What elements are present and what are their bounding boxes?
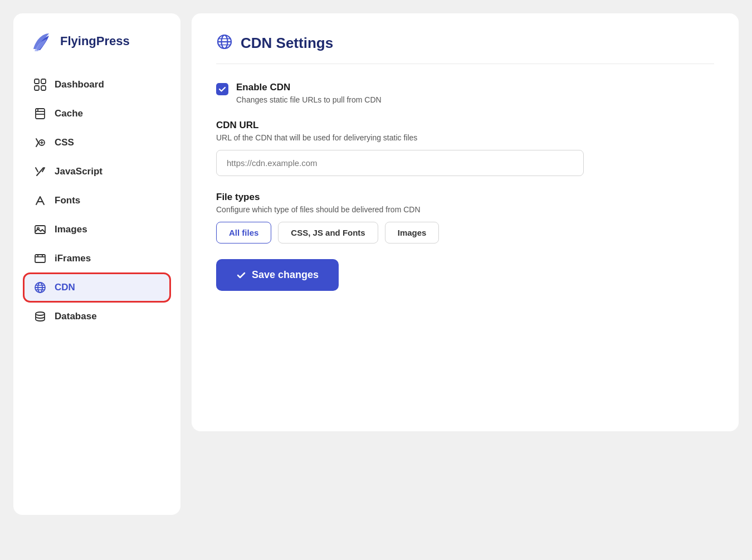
checkmark-icon: [236, 270, 246, 280]
sidebar-item-javascript[interactable]: JavaScript: [25, 158, 169, 185]
page-header: CDN Settings: [216, 33, 714, 64]
database-icon: [33, 310, 47, 323]
file-type-buttons: All files CSS, JS and Fonts Images: [216, 222, 714, 244]
file-type-all-files[interactable]: All files: [216, 222, 271, 244]
checkbox-checked[interactable]: [216, 83, 228, 95]
enable-cdn-text: Enable CDN Changes static file URLs to p…: [236, 82, 382, 104]
svg-rect-2: [35, 86, 39, 90]
file-types-group: File types Configure which type of files…: [216, 192, 714, 244]
page-title: CDN Settings: [241, 35, 333, 52]
svg-rect-0: [35, 79, 39, 84]
sidebar-item-label: JavaScript: [55, 166, 102, 177]
enable-cdn-checkbox[interactable]: [216, 83, 228, 95]
sidebar-item-cache[interactable]: Cache: [25, 100, 169, 127]
sidebar: FlyingPress Dashboard Cache: [13, 13, 180, 515]
svg-rect-6: [35, 226, 45, 233]
svg-rect-4: [36, 109, 45, 119]
save-changes-button[interactable]: Save changes: [216, 259, 339, 291]
file-type-css-js-fonts[interactable]: CSS, JS and Fonts: [278, 222, 378, 244]
sidebar-item-label: Dashboard: [55, 79, 104, 90]
sidebar-item-label: iFrames: [55, 253, 91, 264]
cdn-globe-icon: [33, 281, 47, 294]
cache-icon: [33, 107, 47, 120]
sidebar-item-label: CSS: [55, 137, 74, 148]
file-type-images[interactable]: Images: [385, 222, 440, 244]
sidebar-item-label: CDN: [55, 282, 75, 293]
sidebar-item-css[interactable]: CSS: [25, 129, 169, 156]
sidebar-item-label: Images: [55, 224, 87, 235]
file-types-label: File types: [216, 192, 714, 203]
sidebar-item-label: Database: [55, 311, 97, 322]
main-panel: CDN Settings Enable CDN Changes static f…: [192, 13, 739, 431]
svg-rect-8: [35, 255, 45, 262]
enable-cdn-row: Enable CDN Changes static file URLs to p…: [216, 82, 714, 104]
enable-cdn-label: Enable CDN: [236, 82, 382, 93]
dashboard-icon: [33, 78, 47, 91]
svg-point-11: [36, 312, 45, 315]
file-types-desc: Configure which type of files should be …: [216, 205, 714, 214]
enable-cdn-desc: Changes static file URLs to pull from CD…: [236, 95, 382, 104]
logo-area: FlyingPress: [25, 29, 169, 53]
sidebar-item-fonts[interactable]: Fonts: [25, 187, 169, 214]
save-changes-label: Save changes: [252, 269, 319, 281]
sidebar-item-cdn[interactable]: CDN: [25, 274, 169, 301]
sidebar-item-database[interactable]: Database: [25, 303, 169, 330]
svg-rect-1: [41, 79, 46, 84]
cdn-url-desc: URL of the CDN that will be used for del…: [216, 133, 714, 142]
cdn-url-group: CDN URL URL of the CDN that will be used…: [216, 120, 714, 176]
sidebar-item-images[interactable]: Images: [25, 216, 169, 243]
fonts-icon: [33, 194, 47, 207]
sidebar-item-iframes[interactable]: iFrames: [25, 245, 169, 272]
cdn-url-label: CDN URL: [216, 120, 714, 131]
cdn-url-input[interactable]: [216, 150, 584, 176]
app-name: FlyingPress: [60, 34, 130, 48]
sidebar-item-dashboard[interactable]: Dashboard: [25, 71, 169, 98]
sidebar-item-label: Fonts: [55, 195, 80, 206]
images-icon: [33, 223, 47, 236]
svg-rect-3: [41, 86, 46, 90]
flyingpress-logo: [29, 29, 53, 53]
js-icon: [33, 165, 47, 178]
sidebar-item-label: Cache: [55, 108, 83, 119]
page-header-globe-icon: [216, 33, 233, 52]
css-icon: [33, 136, 47, 149]
iframes-icon: [33, 252, 47, 265]
